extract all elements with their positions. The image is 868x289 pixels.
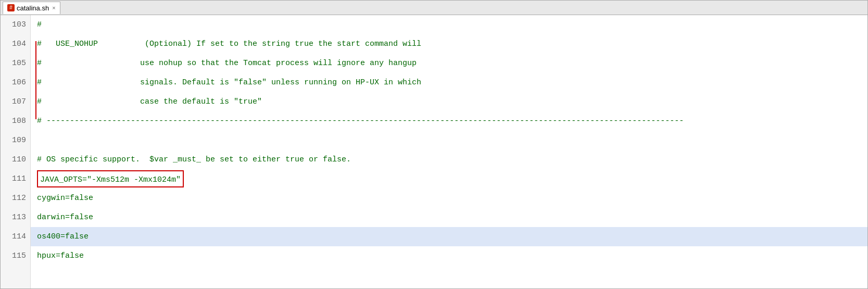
code-line-107: # case the default is "true" — [31, 92, 867, 111]
line-num-107: 107 — [1, 92, 30, 111]
code-line-104: # USE_NOHUP (Optional) If set to the str… — [31, 34, 867, 54]
line-num-109: 109 — [1, 131, 30, 150]
line-numbers: 103 104 105 106 107 108 109 110 111 112 … — [1, 15, 31, 288]
tab-bar: # catalina.sh × — [1, 1, 867, 15]
line-num-103: 103 — [1, 15, 30, 34]
code-line-115: hpux=false — [31, 246, 867, 266]
tab-close-button[interactable]: × — [52, 5, 55, 11]
file-tab[interactable]: # catalina.sh × — [3, 2, 60, 14]
line-num-113: 113 — [1, 208, 30, 227]
file-icon: # — [7, 4, 15, 11]
code-line-106: # signals. Default is "false" unless run… — [31, 73, 867, 92]
editor-window: # catalina.sh × 103 104 105 106 107 108 … — [0, 0, 868, 289]
line-num-110: 110 — [1, 150, 30, 169]
line-num-108: 108 — [1, 111, 30, 131]
code-area: 103 104 105 106 107 108 109 110 111 112 … — [1, 15, 867, 288]
line-num-111: 111 — [1, 169, 30, 189]
code-line-103: # — [31, 15, 867, 34]
line-num-105: 105 — [1, 54, 30, 73]
tab-filename: catalina.sh — [17, 4, 49, 12]
java-opts-outlined: JAVA_OPTS="-Xms512m -Xmx1024m" — [37, 170, 184, 187]
line-num-104: 104 — [1, 34, 30, 54]
line-num-114: 114 — [1, 227, 30, 246]
code-content: # # USE_NOHUP (Optional) If set to the s… — [31, 15, 867, 288]
code-line-112: cygwin=false — [31, 189, 867, 208]
code-line-113: darwin=false — [31, 208, 867, 227]
code-line-105: # use nohup so that the Tomcat process w… — [31, 54, 867, 73]
code-line-111: JAVA_OPTS="-Xms512m -Xmx1024m" — [31, 169, 867, 189]
code-line-109 — [31, 131, 867, 150]
code-line-108: # --------------------------------------… — [31, 111, 867, 131]
line-num-106: 106 — [1, 73, 30, 92]
code-line-114: os400=false — [31, 227, 867, 246]
line-num-112: 112 — [1, 189, 30, 208]
code-line-110: # OS specific support. $var _must_ be se… — [31, 150, 867, 169]
line-num-115: 115 — [1, 246, 30, 266]
